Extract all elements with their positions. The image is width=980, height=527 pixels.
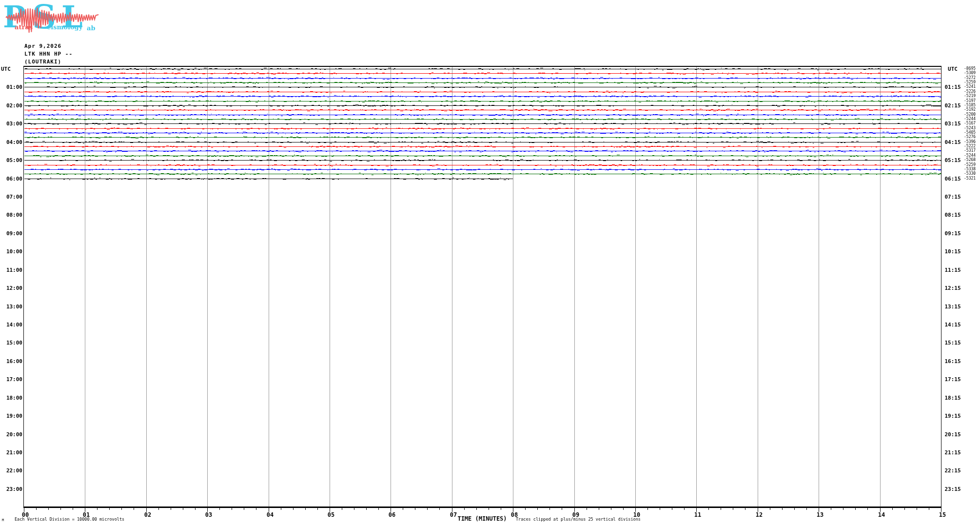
right-hour-label: 23:15 (943, 486, 962, 492)
trace-offset-value: -5244 (964, 117, 976, 121)
trace-offset-value: -5197 (964, 99, 976, 103)
left-hour-label: 15:00 (1, 340, 22, 345)
minute-tick-label: 11 (694, 511, 701, 518)
utc-label-right: UTC (943, 66, 962, 72)
trace-offset-value: -5268 (964, 158, 976, 162)
minute-tick-label: 04 (267, 511, 274, 518)
psl-logo: P S L atras eismology ab (1, 0, 101, 34)
right-hour-label: 10:15 (943, 249, 962, 254)
trace-offset-value: -5321 (964, 177, 976, 181)
left-hour-label: 12:00 (1, 285, 22, 291)
helicorder-page: P S L atras eismology ab Apr 9,2026 LTK … (0, 0, 980, 527)
right-hour-label: 06:15 (943, 176, 962, 182)
trace-offset-value: -5244 (964, 154, 976, 158)
trace-offset-value: -5259 (964, 81, 976, 84)
trace-offset-value: -5259 (964, 163, 976, 167)
right-hour-label: 18:15 (943, 395, 962, 401)
trace-offset-value: -8695 (964, 67, 976, 71)
right-hour-label: 11:15 (943, 267, 962, 273)
right-hour-label: 19:15 (943, 413, 962, 419)
trace-offset-value: -5226 (964, 90, 976, 94)
right-hour-label: 08:15 (943, 212, 962, 218)
right-hour-label: 03:15 (943, 121, 962, 126)
left-hour-label: 18:00 (1, 395, 22, 401)
left-hour-label: 13:00 (1, 304, 22, 309)
minute-tick-label: 02 (144, 511, 151, 518)
left-hour-label: 07:00 (1, 194, 22, 200)
trace-offset-value: -5241 (964, 85, 976, 89)
trace-offset-value: -5309 (964, 71, 976, 75)
right-hour-label: 07:15 (943, 194, 962, 200)
trace-offset-value: -5219 (964, 94, 976, 98)
left-hour-label: 06:00 (1, 176, 22, 182)
minute-tick-label: 13 (817, 511, 823, 518)
left-hour-label: 02:00 (1, 103, 22, 108)
left-hour-label: 16:00 (1, 359, 22, 364)
trace-offset-value: -5222 (964, 144, 976, 148)
minute-tick-label: 05 (328, 511, 334, 518)
right-hour-label: 20:15 (943, 432, 962, 437)
header-date: Apr 9,2026 (24, 43, 61, 49)
left-hour-label: 09:00 (1, 231, 22, 236)
left-hour-label: 19:00 (1, 413, 22, 419)
vertical-scale-note: Each Vertical Division = 10000.00 microv… (15, 517, 124, 522)
left-hour-label: 05:00 (1, 158, 22, 163)
trace-offset-value: -5185 (964, 103, 976, 107)
clip-note: Traces clipped at plus/minus 25 vertical… (516, 517, 641, 522)
right-hour-label: 22:15 (943, 468, 962, 473)
left-hour-label: 03:00 (1, 121, 22, 126)
utc-label-left: UTC (1, 66, 11, 72)
right-hour-label: 05:15 (943, 158, 962, 163)
trace-offset-value: -5330 (964, 172, 976, 176)
trace-offset-value: -5276 (964, 135, 976, 139)
right-hour-label: 01:15 (943, 84, 962, 90)
right-hour-label: 09:15 (943, 231, 962, 236)
header-location: (LOUTRAKI) (24, 59, 61, 65)
minute-tick-label: 15 (939, 511, 946, 518)
left-hour-label: 11:00 (1, 267, 22, 273)
trace-offset-value: -5200 (964, 113, 976, 117)
header-station-code: LTK HHN HP -- (24, 51, 73, 57)
minute-tick-label: 03 (205, 511, 212, 518)
minute-tick-label: 06 (389, 511, 395, 518)
minute-tick-label: 07 (450, 511, 457, 518)
logo-word-atras: atras (15, 23, 33, 31)
right-hour-label: 12:15 (943, 285, 962, 291)
logo-word-eismology: eismology (47, 23, 82, 31)
left-hour-label: 21:00 (1, 450, 22, 455)
right-hour-label: 02:15 (943, 103, 962, 108)
trace-offset-value: -5272 (964, 76, 976, 80)
trace-offset-value: -5243 (964, 126, 976, 130)
left-hour-label: 14:00 (1, 322, 22, 327)
left-hour-label: 22:00 (1, 468, 22, 473)
left-hour-label: 01:00 (1, 84, 22, 90)
trace-offset-value: -5405 (964, 131, 976, 135)
left-hour-label: 23:00 (1, 486, 22, 492)
minute-tick-label: 12 (756, 511, 763, 518)
left-hour-label: 10:00 (1, 249, 22, 254)
trace-offset-value: -5338 (964, 167, 976, 171)
right-hour-label: 15:15 (943, 340, 962, 345)
logo-word-ab: ab (87, 24, 96, 32)
trace-offset-value: -5167 (964, 122, 976, 125)
right-hour-label: 17:15 (943, 377, 962, 382)
left-hour-label: 17:00 (1, 377, 22, 382)
minute-tick-label: 14 (878, 511, 885, 518)
trace-offset-value: -5192 (964, 108, 976, 112)
left-hour-label: 04:00 (1, 140, 22, 145)
right-hour-label: 16:15 (943, 359, 962, 364)
x-axis-label: TIME (MINUTES) (457, 515, 507, 522)
right-hour-label: 14:15 (943, 322, 962, 327)
right-hour-label: 21:15 (943, 450, 962, 455)
corner-mark: M (2, 518, 4, 522)
left-hour-label: 20:00 (1, 432, 22, 437)
trace-offset-value: -5396 (964, 140, 976, 144)
trace-offset-value: -5317 (964, 149, 976, 153)
right-hour-label: 04:15 (943, 140, 962, 145)
left-hour-label: 08:00 (1, 212, 22, 218)
right-hour-label: 13:15 (943, 304, 962, 309)
helicorder-canvas (0, 0, 980, 527)
